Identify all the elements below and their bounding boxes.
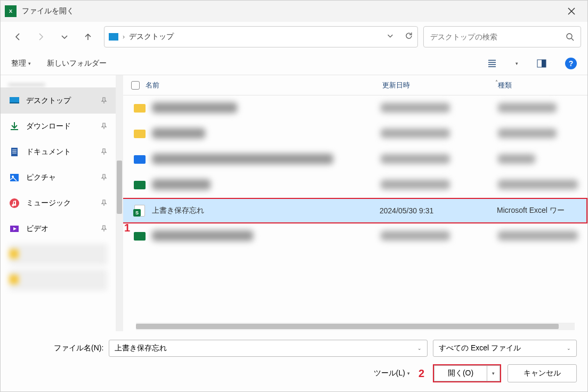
file-row-selected[interactable]: 上書き保存忘れ 2024/05/30 9:31 Microsoft Excel …: [123, 198, 587, 223]
column-date[interactable]: 更新日時: [382, 81, 500, 90]
svg-point-0: [567, 34, 572, 39]
svg-rect-5: [11, 148, 18, 156]
help-button[interactable]: ?: [565, 58, 577, 69]
file-list: 名前 更新日時 ˄ 種類: [123, 75, 587, 331]
file-row[interactable]: [123, 95, 587, 121]
close-button[interactable]: [560, 1, 583, 22]
address-bar[interactable]: › デスクトップ: [104, 26, 418, 47]
nav-row: › デスクトップ: [1, 22, 587, 52]
pin-icon: [101, 97, 107, 105]
refresh-icon: [405, 31, 413, 40]
scrollbar-thumb[interactable]: [136, 324, 559, 329]
address-history-button[interactable]: [386, 32, 394, 42]
svg-rect-2: [542, 60, 546, 67]
sidebar-item-label: ミュージック: [26, 198, 71, 208]
sidebar-item-blurred: [9, 269, 107, 291]
cancel-button[interactable]: キャンセル: [508, 364, 577, 382]
file-row[interactable]: [123, 121, 587, 147]
file-type: Microsoft Excel ワー: [497, 206, 582, 215]
sidebar-item-music[interactable]: ミュージック: [1, 190, 116, 216]
video-icon: [9, 223, 20, 234]
file-row[interactable]: [123, 147, 587, 172]
filename-input[interactable]: 上書き保存忘れ ⌄: [109, 340, 428, 357]
scrollbar-thumb[interactable]: [117, 161, 122, 214]
column-headers: 名前 更新日時 ˄ 種類: [123, 75, 587, 95]
file-name: 上書き保存忘れ: [152, 206, 380, 215]
filetype-value: すべての Excel ファイル: [439, 343, 521, 353]
download-icon: [9, 121, 20, 132]
caret-down-icon: ▾: [407, 371, 410, 376]
column-type[interactable]: 種類: [498, 81, 583, 90]
filename-label: ファイル名(N):: [54, 343, 103, 353]
pin-icon: [101, 148, 107, 156]
tools-menu[interactable]: ツール(L) ▾: [374, 369, 410, 378]
sidebar-item-pictures[interactable]: ピクチャ: [1, 165, 116, 190]
body: デスクトップ ダウンロード ドキュメント ピクチャ ミュージック ビデオ: [1, 75, 587, 331]
chevron-down-icon: [386, 32, 394, 39]
sidebar-item-label: ピクチャ: [26, 173, 56, 182]
chevron-down-icon: [60, 33, 69, 41]
search-icon: [566, 33, 574, 41]
open-split-button: 開く(O) ▾: [433, 364, 501, 382]
sidebar-item-desktop[interactable]: デスクトップ: [1, 88, 116, 114]
excel-file-icon: [134, 181, 146, 189]
dialog-title: ファイルを開く: [22, 6, 74, 16]
close-icon: [567, 7, 576, 15]
recent-button[interactable]: [54, 26, 75, 47]
organize-menu[interactable]: 整理 ▾: [11, 59, 31, 68]
preview-pane-icon: [536, 58, 547, 69]
open-dropdown-button[interactable]: ▾: [487, 365, 500, 381]
folder-icon: [134, 130, 146, 138]
sidebar-item-label: デスクトップ: [26, 96, 71, 106]
forward-button[interactable]: [30, 26, 52, 47]
sidebar-item-blurred: [9, 244, 107, 265]
refresh-button[interactable]: [405, 31, 413, 42]
search-input[interactable]: [430, 33, 566, 41]
breadcrumb-chevron-icon: ›: [123, 33, 125, 41]
open-button[interactable]: 開く(O): [434, 365, 487, 381]
rows: 上書き保存忘れ 2024/05/30 9:31 Microsoft Excel …: [123, 95, 587, 321]
chevron-down-icon[interactable]: ⌄: [417, 346, 422, 351]
pin-icon: [101, 199, 107, 207]
file-row[interactable]: [123, 223, 587, 249]
sidebar-item-label: ドキュメント: [26, 147, 71, 157]
svg-rect-6: [10, 174, 19, 181]
column-name[interactable]: 名前: [143, 81, 382, 90]
new-folder-button[interactable]: 新しいフォルダー: [47, 59, 107, 68]
sidebar-item-documents[interactable]: ドキュメント: [1, 139, 116, 165]
file-row[interactable]: [123, 172, 587, 198]
caret-down-icon: ▾: [28, 61, 31, 66]
breadcrumb-location[interactable]: デスクトップ: [129, 32, 174, 42]
folder-icon: [134, 155, 146, 164]
search-box[interactable]: [423, 26, 581, 47]
caret-down-icon[interactable]: ▾: [515, 61, 518, 66]
sidebar: デスクトップ ダウンロード ドキュメント ピクチャ ミュージック ビデオ: [1, 75, 116, 331]
sidebar-item-downloads[interactable]: ダウンロード: [1, 114, 116, 139]
sidebar-scrollbar[interactable]: [116, 75, 123, 331]
filetype-dropdown[interactable]: すべての Excel ファイル ⌄: [433, 340, 577, 357]
desktop-icon: [109, 33, 118, 41]
back-button[interactable]: [7, 26, 28, 47]
list-view-icon: [487, 58, 497, 69]
arrow-up-icon: [84, 33, 92, 41]
pin-icon: [101, 122, 107, 131]
arrow-left-icon: [13, 33, 22, 41]
music-icon: [9, 198, 20, 209]
sidebar-item-label: ビデオ: [26, 224, 49, 234]
sidebar-quick-access: [1, 75, 116, 88]
toolbar: 整理 ▾ 新しいフォルダー ▾ ?: [1, 52, 587, 75]
up-button[interactable]: [77, 26, 99, 47]
svg-rect-4: [10, 102, 19, 103]
annotation-1: 1: [124, 222, 130, 234]
pictures-icon: [9, 172, 20, 183]
desktop-icon: [9, 95, 20, 106]
pin-icon: [101, 225, 107, 233]
sidebar-item-video[interactable]: ビデオ: [1, 216, 116, 242]
sidebar-item-label: ダウンロード: [26, 122, 71, 131]
arrow-right-icon: [37, 33, 45, 41]
horizontal-scrollbar[interactable]: [136, 323, 575, 330]
folder-icon: [134, 104, 146, 113]
view-mode-button[interactable]: [485, 56, 500, 71]
preview-pane-button[interactable]: [534, 56, 549, 71]
select-all-checkbox[interactable]: [127, 81, 143, 90]
